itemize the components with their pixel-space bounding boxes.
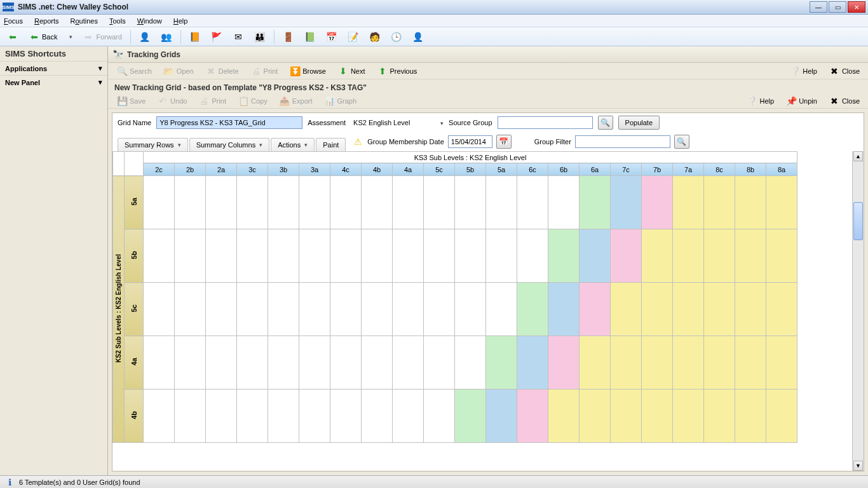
grid-cell[interactable] [206,390,237,443]
grid-cell[interactable] [517,390,548,443]
grid-cell[interactable] [735,176,766,229]
grid-cell[interactable] [455,390,486,443]
column-header[interactable]: 4b [362,163,393,176]
back-arrow-button[interactable]: ⬅ [3,29,23,44]
grid-cell[interactable] [642,176,673,229]
help-button[interactable]: ❔Help [785,64,822,79]
grid-cell[interactable] [299,336,330,390]
sidebar-applications[interactable]: Applications▾ [0,61,107,75]
grid-cell[interactable] [580,390,611,443]
toolbar-icon-3[interactable]: 📙 [185,29,205,44]
grid-cell[interactable] [517,283,548,336]
row-header[interactable]: 5c [125,283,144,336]
grid-cell[interactable] [268,176,299,229]
grid-cell[interactable] [735,229,766,283]
grid-cell[interactable] [548,176,580,229]
grid-cell[interactable] [486,229,517,283]
delete-button[interactable]: ✖Delete [201,64,243,79]
sidebar-new-panel[interactable]: New Panel▾ [0,75,107,89]
column-header[interactable]: 5b [455,163,486,176]
close-doc-button[interactable]: ✖Close [824,93,864,109]
column-header[interactable]: 6a [580,163,611,176]
grid-cell[interactable] [206,229,237,283]
grid-cell[interactable] [673,229,704,283]
grid-cell[interactable] [175,229,206,283]
grid-cell[interactable] [237,229,268,283]
column-header[interactable]: 6c [517,163,548,176]
membership-date-input[interactable] [448,135,492,148]
grid-cell[interactable] [548,283,580,336]
grid-cell[interactable] [580,283,611,336]
back-button[interactable]: ⬅Back [24,29,62,44]
summary-columns-tab[interactable]: Summary Columns [189,138,270,151]
grid-cell[interactable] [766,176,797,229]
grid-cell[interactable] [580,229,611,283]
grid-cell[interactable] [330,229,362,283]
grid-cell[interactable] [299,176,330,229]
grid-cell[interactable] [766,229,797,283]
grid-cell[interactable] [206,176,237,229]
grid-cell[interactable] [486,336,517,390]
row-header[interactable]: 5b [125,229,144,283]
grid-cell[interactable] [517,336,548,390]
grid-cell[interactable] [455,336,486,390]
column-header[interactable]: 7c [611,163,642,176]
next-button[interactable]: ⬇Next [333,64,370,79]
grid-cell[interactable] [424,229,455,283]
grid-cell[interactable] [735,336,766,390]
grid-cell[interactable] [455,176,486,229]
grid-cell[interactable] [362,390,393,443]
grid-cell[interactable] [424,336,455,390]
grid-cell[interactable] [330,390,362,443]
column-header[interactable]: 5c [424,163,455,176]
groupfilter-input[interactable] [575,135,670,148]
open-button[interactable]: 📂Open [159,64,198,79]
grid-cell[interactable] [393,176,424,229]
column-header[interactable]: 2c [144,163,175,176]
paint-tab[interactable]: Paint [316,138,346,151]
column-header[interactable]: 4a [393,163,424,176]
grid-cell[interactable] [330,336,362,390]
grid-cell[interactable] [206,336,237,390]
menu-focus[interactable]: Focus [4,17,23,25]
grid-cell[interactable] [144,390,175,443]
grid-cell[interactable] [268,229,299,283]
grid-cell[interactable] [144,176,175,229]
toolbar-icon-12[interactable]: 🕒 [386,29,407,44]
grid-cell[interactable] [299,229,330,283]
grid-cell[interactable] [766,336,797,390]
grid-cell[interactable] [424,176,455,229]
search-button[interactable]: 🔍Search [112,64,156,79]
menu-window[interactable]: Window [137,17,162,25]
toolbar-icon-2[interactable]: 👥 [156,29,177,44]
grid-cell[interactable] [362,176,393,229]
grid-cell[interactable] [735,390,766,443]
menu-tools[interactable]: Tools [109,17,126,25]
row-header[interactable]: 5a [125,176,144,229]
grid-cell[interactable] [704,229,735,283]
grid-cell[interactable] [766,390,797,443]
grid-cell[interactable] [517,176,548,229]
grid-cell[interactable] [237,336,268,390]
grid-cell[interactable] [642,390,673,443]
column-header[interactable]: 6b [548,163,580,176]
unpin-button[interactable]: 📌Unpin [781,93,822,109]
grid-cell[interactable] [393,336,424,390]
scroll-up-button[interactable]: ▲ [853,151,863,161]
save-button[interactable]: 💾Save [112,93,150,109]
column-header[interactable]: 4c [330,163,362,176]
grid-cell[interactable] [580,336,611,390]
row-header[interactable]: 4a [125,336,144,390]
minimize-button[interactable]: — [810,1,827,13]
grid-cell[interactable] [611,390,642,443]
sourcegroup-search-button[interactable]: 🔍 [598,116,613,130]
column-header[interactable]: 8a [766,163,797,176]
print-button[interactable]: 🖨Print [246,64,283,79]
toolbar-icon-11[interactable]: 🧑 [365,29,385,44]
menu-help[interactable]: Help [173,17,188,25]
column-header[interactable]: 7b [642,163,673,176]
toolbar-icon-5[interactable]: ✉ [228,29,248,44]
grid-cell[interactable] [673,336,704,390]
grid-cell[interactable] [486,283,517,336]
grid-cell[interactable] [673,390,704,443]
